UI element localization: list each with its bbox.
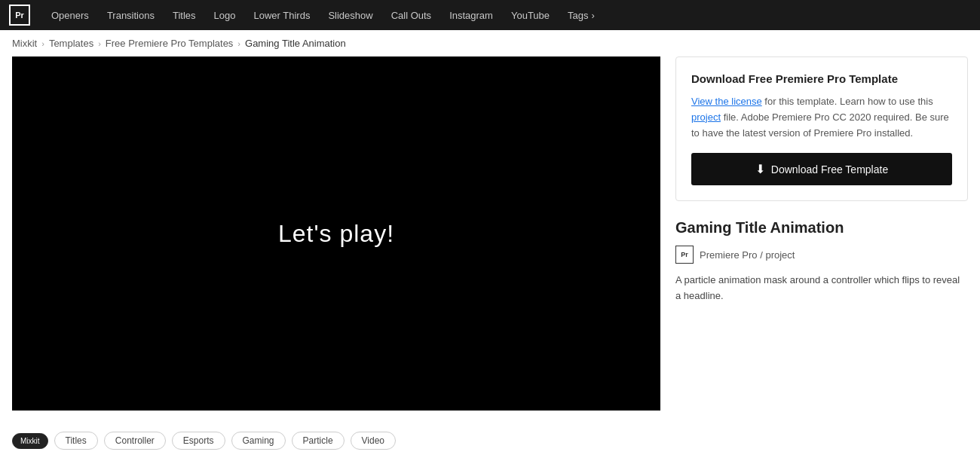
nav-item-youtube[interactable]: YouTube — [502, 0, 559, 30]
product-description: A particle animation mask around a contr… — [675, 273, 968, 304]
nav-item-tags[interactable]: Tags › — [559, 0, 604, 30]
pr-badge: Pr — [675, 246, 694, 264]
product-type: Pr Premiere Pro / project — [675, 246, 968, 264]
breadcrumb-sep-2: › — [98, 39, 101, 48]
pr-logo: Pr — [9, 5, 30, 26]
chevron-right-icon: › — [592, 10, 595, 21]
sidebar: Download Free Premiere Pro Template View… — [675, 56, 968, 304]
desc-text-2: file. Adobe Premiere Pro CC 2020 require… — [691, 111, 949, 139]
breadcrumb-subsection[interactable]: Free Premiere Pro Templates — [106, 38, 234, 49]
breadcrumb-sep-3: › — [237, 39, 240, 48]
tag-esports[interactable]: Esports — [172, 432, 225, 450]
tags-row: Mixkit Titles Controller Esports Gaming … — [0, 423, 980, 459]
nav-item-openers[interactable]: Openers — [42, 0, 98, 30]
breadcrumb-section[interactable]: Templates — [49, 38, 93, 49]
tag-gaming[interactable]: Gaming — [231, 432, 286, 450]
product-name: Gaming Title Animation — [675, 219, 968, 237]
nav-item-lower-thirds[interactable]: Lower Thirds — [244, 0, 319, 30]
nav-item-logo[interactable]: Logo — [205, 0, 245, 30]
license-link[interactable]: View the license — [691, 96, 762, 107]
product-type-label: Premiere Pro / project — [700, 249, 795, 261]
download-button[interactable]: ⬇ Download Free Template — [691, 153, 952, 185]
download-button-label: Download Free Template — [771, 163, 888, 176]
product-info: Gaming Title Animation Pr Premiere Pro /… — [675, 219, 968, 304]
nav-item-call-outs[interactable]: Call Outs — [382, 0, 440, 30]
video-overlay-text: Let's play! — [278, 220, 394, 248]
download-card-description: View the license for this template. Lear… — [691, 94, 952, 141]
desc-text-1: for this template. Learn how to use this — [764, 96, 933, 107]
breadcrumb-sep-1: › — [41, 39, 44, 48]
tag-controller[interactable]: Controller — [104, 432, 166, 450]
tag-video[interactable]: Video — [351, 432, 396, 450]
download-card: Download Free Premiere Pro Template View… — [675, 56, 968, 201]
tag-particle[interactable]: Particle — [292, 432, 345, 450]
project-link[interactable]: project — [691, 111, 721, 123]
video-player[interactable]: Let's play! — [12, 56, 660, 411]
breadcrumb-home[interactable]: Mixkit — [12, 38, 37, 49]
main-nav: Pr Openers Transitions Titles Logo Lower… — [0, 0, 980, 30]
nav-item-slideshow[interactable]: Slideshow — [319, 0, 381, 30]
nav-item-instagram[interactable]: Instagram — [440, 0, 502, 30]
main-layout: Let's play! Download Free Premiere Pro T… — [0, 56, 980, 423]
breadcrumb: Mixkit › Templates › Free Premiere Pro T… — [0, 30, 980, 56]
tag-titles[interactable]: Titles — [54, 432, 98, 450]
nav-item-titles[interactable]: Titles — [164, 0, 205, 30]
download-card-title: Download Free Premiere Pro Template — [691, 72, 952, 85]
nav-item-transitions[interactable]: Transitions — [98, 0, 164, 30]
tag-mixkit[interactable]: Mixkit — [12, 433, 48, 449]
breadcrumb-current: Gaming Title Animation — [245, 38, 346, 49]
download-icon: ⬇ — [755, 162, 765, 176]
